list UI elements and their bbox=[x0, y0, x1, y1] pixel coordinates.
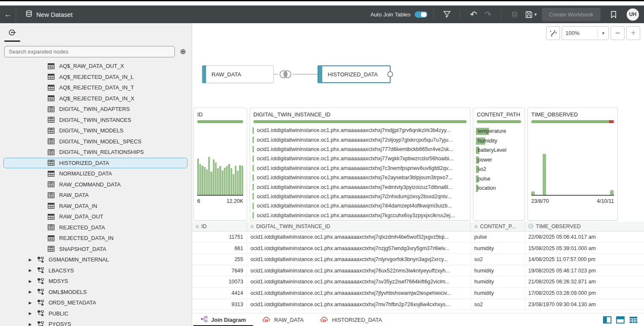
table-row[interactable]: 255ocid1.iotdigitaltwininstance.oc1.phx.… bbox=[192, 254, 644, 265]
time-type-icon bbox=[528, 224, 533, 229]
column-tile-time-observed[interactable]: TIME_OBSERVED 23/8/70 4/10/11 bbox=[527, 108, 618, 221]
tree-item-ords_metadata[interactable]: ▶ORDS_METADATA bbox=[0, 297, 192, 308]
value-text: temperature bbox=[476, 128, 506, 134]
content-path-value-bars: temperaturehumiditybatteryLevelpowerso2p… bbox=[473, 125, 524, 193]
back-button[interactable]: ← bbox=[0, 5, 16, 23]
create-workbook-button[interactable]: Create Workbook bbox=[542, 8, 601, 21]
schema-icon bbox=[37, 321, 44, 326]
tree-item-label: DIGITAL_TWIN_ADAPTERS bbox=[59, 106, 130, 112]
column-tile-content-path[interactable]: CONTENT_PATH temperaturehumiditybatteryL… bbox=[473, 108, 525, 221]
data-table-view-icon[interactable] bbox=[629, 315, 638, 324]
table-row[interactable]: 9313ocid1.iotdigitaltwininstance.oc1.phx… bbox=[192, 299, 644, 310]
expand-caret-icon[interactable]: ▶ bbox=[29, 311, 33, 315]
node-color-edge bbox=[318, 66, 322, 83]
table-row[interactable]: 661ocid1.iotdigitaltwininstance.oc1.phx.… bbox=[192, 243, 644, 254]
expand-caret-icon[interactable]: ▶ bbox=[29, 258, 33, 262]
undo-icon[interactable]: ↶ bbox=[466, 8, 481, 21]
zoom-in-button[interactable]: + bbox=[626, 26, 640, 40]
tree-item-aq$_raw_data_out_x[interactable]: AQ$_RAW_DATA_OUT_X bbox=[0, 61, 192, 72]
bookmark-icon[interactable] bbox=[606, 8, 621, 21]
expand-caret-icon[interactable]: ▶ bbox=[29, 322, 33, 326]
chevron-down-icon: ▼ bbox=[598, 29, 605, 38]
save-menu-caret[interactable]: ▼ bbox=[533, 12, 538, 17]
tree-item-label: MDSYS bbox=[49, 278, 68, 284]
cell-id: 661 bbox=[192, 243, 247, 254]
divider bbox=[433, 10, 434, 19]
tree-item-rejected_data_in[interactable]: REJECTED_DATA_IN bbox=[0, 233, 192, 244]
value-text: ocid1.iotdigitaltwininstance.oc1.phx.ama… bbox=[257, 194, 451, 199]
schema-tree: AQ$_RAW_DATA_OUT_XAQ$_REJECTED_DATA_IN_L… bbox=[0, 60, 192, 326]
text-type-icon: A bbox=[474, 224, 478, 229]
tab-join-diagram[interactable]: Join Diagram bbox=[192, 313, 254, 326]
join-node-raw-data[interactable]: RAW_DATA bbox=[202, 65, 274, 83]
auto-join-toggle[interactable] bbox=[415, 11, 427, 18]
tree-item-digital_twin_models[interactable]: DIGITAL_TWIN_MODELS bbox=[0, 125, 192, 136]
table-icon bbox=[48, 203, 54, 209]
column-quality-tiles: ID 6 12.20K DIGITAL_TWIN_INSTANCE_ID oci… bbox=[192, 108, 644, 221]
value-tick-bar bbox=[253, 212, 254, 218]
tree-item-digital_twin_model_specs[interactable]: DIGITAL_TWIN_MODEL_SPECS bbox=[0, 136, 192, 147]
table-row[interactable]: 10073ocid1.iotdigitaltwininstance.oc1.ph… bbox=[192, 276, 644, 288]
node-join-handle[interactable] bbox=[387, 71, 393, 77]
value-text: ocid1.iotdigitaltwininstance.oc1.phx.ama… bbox=[257, 184, 452, 190]
column-header-time-observed[interactable]: TIME_OBSERVED bbox=[525, 222, 644, 231]
column-header-digital-twin-instance-id[interactable]: ADIGITAL_TWIN_INSTANCE_ID bbox=[247, 222, 471, 231]
user-avatar[interactable]: UH bbox=[627, 8, 639, 21]
value-text: so2 bbox=[476, 166, 486, 172]
auto-layout-icon[interactable] bbox=[546, 26, 560, 40]
table-row[interactable]: 7649ocid1.iotdigitaltwininstance.oc1.phx… bbox=[192, 265, 644, 277]
table-row[interactable]: 11751ocid1.iotdigitaltwininstance.oc1.ph… bbox=[192, 232, 644, 243]
column-header-content-path[interactable]: ACONTENT_P... bbox=[471, 222, 525, 231]
tree-item-public[interactable]: ▶PUBLIC bbox=[0, 308, 192, 319]
join-node-historized-data[interactable]: HISTORIZED_DATA bbox=[318, 65, 391, 83]
column-header-id[interactable]: AID bbox=[192, 222, 247, 231]
tree-item-raw_data_in[interactable]: RAW_DATA_IN bbox=[0, 201, 192, 212]
tree-item-digital_twin_instances[interactable]: DIGITAL_TWIN_INSTANCES bbox=[0, 115, 192, 126]
layout-top-panel-icon[interactable] bbox=[616, 315, 625, 324]
tree-item-lbacsys[interactable]: ▶LBACSYS bbox=[0, 265, 192, 276]
tree-item-aq$_rejected_data_in_x[interactable]: AQ$_REJECTED_DATA_IN_X bbox=[0, 93, 192, 104]
search-input[interactable] bbox=[4, 46, 175, 57]
tree-item-digital_twin_relationships[interactable]: DIGITAL_TWIN_RELATIONSHIPS bbox=[0, 147, 192, 158]
value-row: ocid1.iotdigitaltwininstance.oc1.phx.ama… bbox=[253, 211, 467, 220]
view-icon bbox=[48, 149, 54, 155]
tree-item-raw_data_out[interactable]: RAW_DATA_OUT bbox=[0, 211, 192, 222]
tab-historized-data[interactable]: HISTORIZED_DATA bbox=[312, 313, 390, 326]
column-tile-id[interactable]: ID 6 12.20K bbox=[193, 108, 247, 221]
tree-item-rejected_data[interactable]: REJECTED_DATA bbox=[0, 222, 192, 233]
expand-caret-icon[interactable]: ▶ bbox=[29, 301, 33, 305]
tree-item-mdsys[interactable]: ▶MDSYS bbox=[0, 276, 192, 287]
expand-caret-icon[interactable]: ▶ bbox=[29, 290, 33, 294]
tree-item-aq$_rejected_data_in_t[interactable]: AQ$_REJECTED_DATA_IN_T bbox=[0, 82, 192, 93]
layout-left-panel-icon[interactable] bbox=[603, 315, 612, 324]
tab-raw-data[interactable]: RAW_DATA bbox=[254, 313, 312, 326]
cell-content: pulse bbox=[471, 232, 525, 242]
column-tile-digital-twin-instance-id[interactable]: DIGITAL_TWIN_INSTANCE_ID ocid1.iotdigita… bbox=[250, 108, 470, 221]
expand-caret-icon[interactable]: ▶ bbox=[29, 268, 33, 272]
inner-join-icon[interactable] bbox=[278, 69, 293, 81]
tree-item-raw_data[interactable]: RAW_DATA bbox=[0, 190, 192, 201]
tab-connections[interactable] bbox=[5, 29, 19, 42]
tree-item-pyqsys[interactable]: ▶PYQSYS bbox=[0, 319, 192, 326]
tree-item-historized_data[interactable]: HISTORIZED_DATA bbox=[3, 158, 187, 169]
table-row[interactable]: 4414ocid1.iotdigitaltwininstance.oc1.phx… bbox=[192, 288, 644, 299]
tree-item-raw_command_data[interactable]: RAW_COMMAND_DATA bbox=[0, 179, 192, 190]
tree-item-oml$models[interactable]: ▶OML$MODELS bbox=[0, 287, 192, 298]
join-diagram-canvas[interactable]: 100% ▼ − + RAW_DATA HISTORIZED_DATA bbox=[192, 23, 644, 108]
zoom-out-button[interactable]: − bbox=[611, 26, 625, 40]
dataset-icon bbox=[25, 10, 33, 19]
value-row: ocid1.iotdigitaltwininstance.oc1.phx.ama… bbox=[253, 135, 467, 144]
filter-icon[interactable] bbox=[440, 8, 454, 21]
tree-item-label: OML$MODELS bbox=[49, 289, 87, 295]
tree-item-gsmadmin_internal[interactable]: ▶GSMADMIN_INTERNAL bbox=[0, 254, 192, 265]
tree-item-normalized_data[interactable]: NORMALIZED_DATA bbox=[0, 168, 192, 179]
tree-item-snapshot_data[interactable]: SNAPSHOT_DATA bbox=[0, 244, 192, 255]
histogram-bar bbox=[235, 166, 236, 195]
value-row: ocid1.iotdigitaltwininstance.oc1.phx.ama… bbox=[253, 201, 467, 210]
add-connection-icon[interactable]: ⊕ bbox=[178, 47, 187, 57]
value-tick-bar bbox=[253, 184, 254, 190]
expand-caret-icon[interactable]: ▶ bbox=[29, 279, 33, 283]
zoom-level-select[interactable]: 100% ▼ bbox=[562, 26, 609, 40]
tree-item-aq$_rejected_data_in_l[interactable]: AQ$_REJECTED_DATA_IN_L bbox=[0, 72, 192, 83]
tree-item-digital_twin_adapters[interactable]: DIGITAL_TWIN_ADAPTERS bbox=[0, 104, 192, 115]
